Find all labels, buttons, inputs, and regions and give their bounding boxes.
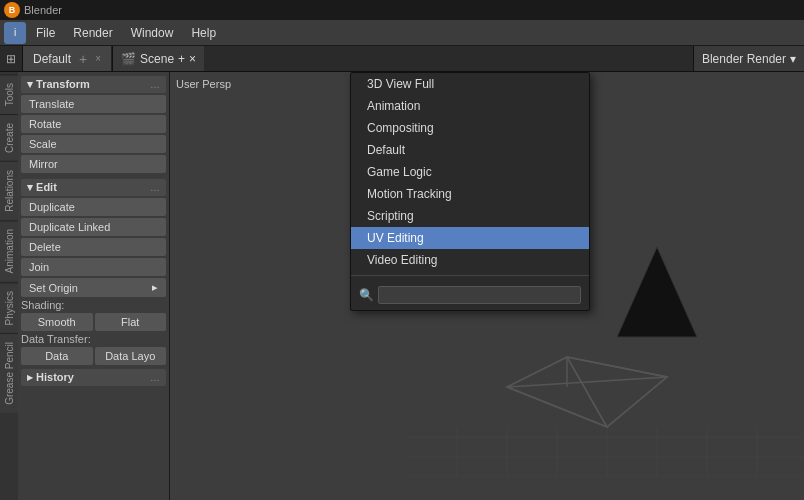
perspective-label: User Persp [176, 78, 231, 90]
shading-row: Smooth Flat [21, 313, 166, 331]
panel-content: ▾ Transform … Translate Rotate Scale Mir… [18, 72, 169, 500]
left-panel: Tools Create Relations Animation Physics… [0, 72, 170, 500]
menu-window[interactable]: Window [123, 24, 182, 42]
viewport-area[interactable]: User Persp 3D View Full Animation Compos… [170, 72, 804, 500]
tab-relations[interactable]: Relations [0, 161, 18, 220]
scene-icon: 🎬 [121, 52, 136, 66]
workspace-close-btn[interactable]: × [95, 53, 101, 64]
smooth-button[interactable]: Smooth [21, 313, 93, 331]
menu-mode-icon[interactable]: i [4, 22, 26, 44]
translate-button[interactable]: Translate [21, 95, 166, 113]
tab-tools[interactable]: Tools [0, 74, 18, 114]
set-origin-arrow: ▸ [152, 281, 158, 294]
set-origin-button[interactable]: Set Origin ▸ [21, 278, 166, 297]
scene-selector[interactable]: 🎬 Scene + × [112, 46, 204, 71]
transform-section-header[interactable]: ▾ Transform … [21, 76, 166, 93]
menu-bar: i File Render Window Help [0, 20, 804, 46]
edit-section-header[interactable]: ▾ Edit … [21, 179, 166, 196]
menu-search: 🔍 [351, 280, 589, 310]
render-engine-arrow: ▾ [790, 52, 796, 66]
tab-grease-pencil[interactable]: Grease Pencil [0, 333, 18, 413]
scene-name: Scene [140, 52, 174, 66]
pyramid-shape [617, 247, 697, 337]
render-engine-label: Blender Render [702, 52, 786, 66]
menu-item-3d-view-full[interactable]: 3D View Full [351, 73, 589, 95]
data-transfer-label: Data Transfer: [21, 333, 166, 345]
mirror-button[interactable]: Mirror [21, 155, 166, 173]
menu-item-scripting[interactable]: Scripting [351, 205, 589, 227]
history-dots: … [150, 372, 160, 383]
svg-marker-1 [507, 357, 607, 427]
workspace-add-btn[interactable]: + [75, 51, 91, 67]
set-origin-label: Set Origin [29, 282, 78, 294]
duplicate-linked-button[interactable]: Duplicate Linked [21, 218, 166, 236]
tab-physics[interactable]: Physics [0, 282, 18, 333]
data-button[interactable]: Data [21, 347, 93, 365]
menu-file[interactable]: File [28, 24, 63, 42]
tabs-bar: ⊞ Default + × 🎬 Scene + × Blender Render… [0, 46, 804, 72]
scene-close-btn[interactable]: × [189, 52, 196, 66]
menu-item-compositing[interactable]: Compositing [351, 117, 589, 139]
duplicate-button[interactable]: Duplicate [21, 198, 166, 216]
edit-title: ▾ Edit [27, 181, 57, 194]
shading-label: Shading: [21, 299, 166, 311]
workspace-grid-icon: ⊞ [6, 52, 16, 66]
vertical-tab-bar: Tools Create Relations Animation Physics… [0, 72, 18, 500]
menu-item-animation[interactable]: Animation [351, 95, 589, 117]
menu-render[interactable]: Render [65, 24, 120, 42]
tab-create[interactable]: Create [0, 114, 18, 161]
scale-button[interactable]: Scale [21, 135, 166, 153]
workspace-tab-label: Default [33, 52, 71, 66]
edit-dots: … [150, 182, 160, 193]
flat-button[interactable]: Flat [95, 313, 167, 331]
transform-dots: … [150, 79, 160, 90]
grid-lines [407, 427, 804, 477]
search-input[interactable] [378, 286, 581, 304]
search-icon: 🔍 [359, 288, 374, 302]
menu-separator [351, 275, 589, 276]
history-section-header[interactable]: ▸ History … [21, 369, 166, 386]
menu-item-video-editing[interactable]: Video Editing [351, 249, 589, 271]
delete-button[interactable]: Delete [21, 238, 166, 256]
rotate-button[interactable]: Rotate [21, 115, 166, 133]
menu-item-game-logic[interactable]: Game Logic [351, 161, 589, 183]
workspace-dropdown-menu: 3D View Full Animation Compositing Defau… [350, 72, 590, 311]
menu-item-motion-tracking[interactable]: Motion Tracking [351, 183, 589, 205]
history-title: ▸ History [27, 371, 74, 384]
blender-logo: B [4, 2, 20, 18]
menu-item-uv-editing[interactable]: UV Editing [351, 227, 589, 249]
data-layo-button[interactable]: Data Layo [95, 347, 167, 365]
join-button[interactable]: Join [21, 258, 166, 276]
render-engine-selector[interactable]: Blender Render ▾ [693, 46, 804, 71]
app-title: Blender [24, 4, 62, 16]
data-transfer-row: Data Data Layo [21, 347, 166, 365]
tab-animation[interactable]: Animation [0, 220, 18, 281]
svg-line-4 [507, 377, 667, 387]
main-area: Tools Create Relations Animation Physics… [0, 72, 804, 500]
menu-item-default[interactable]: Default [351, 139, 589, 161]
workspace-tab-default[interactable]: Default + × [23, 46, 112, 71]
transform-title: ▾ Transform [27, 78, 90, 91]
top-bar: B Blender [0, 0, 804, 20]
workspace-selector[interactable]: ⊞ [0, 46, 23, 71]
menu-help[interactable]: Help [183, 24, 224, 42]
scene-add-btn[interactable]: + [178, 52, 185, 66]
wireframe-shape [507, 357, 667, 427]
